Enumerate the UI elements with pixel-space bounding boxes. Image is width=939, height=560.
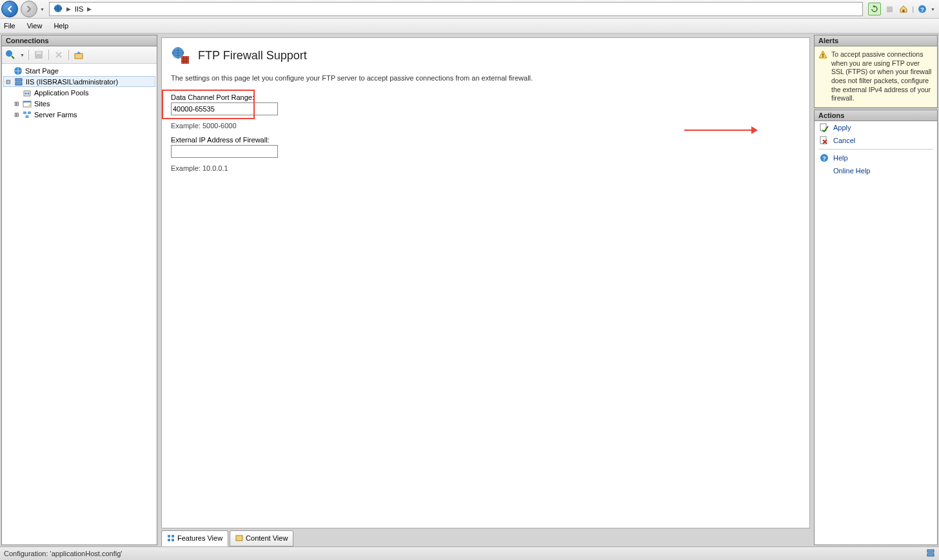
annotation-arrow <box>684 130 756 131</box>
alerts-header: Alerts <box>815 35 937 46</box>
menu-view[interactable]: View <box>27 22 43 30</box>
connections-pane: Connections ▼ <box>1 35 157 545</box>
apply-icon <box>820 123 829 132</box>
svg-rect-17 <box>23 101 31 102</box>
ftp-firewall-icon <box>171 46 190 65</box>
actions-header: Actions <box>815 110 937 121</box>
nav-toolbar: ▼ ▶ IIS ▶ | ? ▼ <box>0 0 939 19</box>
action-label: Cancel <box>833 137 855 144</box>
tab-content-view[interactable]: Content View <box>230 530 293 546</box>
feature-page: FTP Firewall Support The settings on thi… <box>161 37 810 528</box>
tab-label: Content View <box>246 534 288 542</box>
svg-rect-24 <box>181 56 189 64</box>
delete-icon <box>53 49 64 61</box>
nav-back-button[interactable] <box>1 1 18 17</box>
view-tabs: Features View Content View <box>159 531 813 545</box>
status-bar: Configuration: 'applicationHost.config' <box>0 546 939 560</box>
svg-rect-21 <box>25 115 28 118</box>
connect-icon[interactable] <box>5 49 16 61</box>
svg-rect-20 <box>28 111 31 114</box>
tree-start-page[interactable]: Start Page <box>3 65 155 76</box>
server-farms-icon <box>22 110 32 119</box>
svg-point-15 <box>27 92 29 94</box>
nav-forward-button[interactable] <box>21 1 37 17</box>
action-label: Online Help <box>833 167 870 175</box>
menu-help[interactable]: Help <box>54 22 68 30</box>
home-icon[interactable] <box>898 3 909 15</box>
tab-features-view[interactable]: Features View <box>161 530 228 546</box>
action-online-help[interactable]: Online Help <box>815 164 937 177</box>
svg-rect-25 <box>168 535 170 537</box>
status-icon <box>926 548 935 559</box>
action-apply[interactable]: Apply <box>815 121 937 134</box>
svg-rect-2 <box>887 6 893 12</box>
tree-server-node[interactable]: ⊟ IIS (IISBRASIL\administrator) <box>3 76 155 87</box>
action-cancel[interactable]: Cancel <box>815 134 937 147</box>
alert-message: ! To accept passive connections when you… <box>815 46 937 108</box>
external-ip-input[interactable] <box>171 145 278 158</box>
alert-text: To accept passive connections when you a… <box>831 50 933 103</box>
refresh-icon[interactable] <box>868 3 881 15</box>
tree-sites[interactable]: ⊞ Sites <box>3 98 155 109</box>
stop-icon <box>884 3 895 15</box>
breadcrumb-item[interactable]: IIS <box>75 5 83 13</box>
status-text: Configuration: 'applicationHost.config' <box>4 550 122 557</box>
breadcrumb-sep: ▶ <box>66 6 71 12</box>
server-icon <box>14 77 23 86</box>
svg-text:!: ! <box>822 52 824 59</box>
page-title: FTP Firewall Support <box>198 49 307 63</box>
external-ip-label: External IP Address of Firewall: <box>171 136 800 144</box>
connections-tree: Start Page ⊟ IIS (IISBRASIL\administrato… <box>2 64 157 545</box>
svg-rect-19 <box>23 111 26 114</box>
port-range-example: Example: 5000-6000 <box>171 122 800 130</box>
tab-label: Features View <box>177 534 222 542</box>
port-range-input[interactable] <box>171 102 278 115</box>
app-pools-icon <box>22 88 32 97</box>
svg-rect-35 <box>927 550 934 552</box>
connections-toolbar: ▼ <box>2 46 157 64</box>
svg-rect-28 <box>172 539 174 541</box>
breadcrumb-sep: ▶ <box>87 6 92 12</box>
tree-label: Start Page <box>25 67 59 75</box>
action-label: Help <box>833 154 848 162</box>
breadcrumb[interactable]: ▶ IIS ▶ <box>49 2 863 16</box>
tree-server-farms[interactable]: ⊞ Server Farms <box>3 109 155 120</box>
tree-app-pools[interactable]: Application Pools <box>3 87 155 98</box>
page-description: The settings on this page let you config… <box>171 74 800 82</box>
up-icon[interactable] <box>73 49 84 61</box>
right-pane: Alerts ! To accept passive connections w… <box>814 35 938 545</box>
tree-label: Sites <box>34 100 50 108</box>
save-icon <box>33 49 44 61</box>
iis-icon <box>54 4 63 14</box>
svg-point-14 <box>25 92 26 94</box>
svg-rect-8 <box>36 52 41 54</box>
svg-rect-29 <box>236 536 242 541</box>
svg-rect-27 <box>168 539 170 541</box>
svg-text:?: ? <box>920 6 924 13</box>
svg-rect-3 <box>903 10 905 12</box>
menu-bar: File View Help <box>0 19 939 34</box>
help-dropdown[interactable]: ▼ <box>931 7 935 12</box>
svg-rect-26 <box>172 535 174 537</box>
warning-icon: ! <box>818 50 827 59</box>
action-help[interactable]: ? Help <box>815 151 937 164</box>
svg-rect-36 <box>927 554 934 556</box>
svg-rect-9 <box>75 53 83 59</box>
svg-rect-11 <box>15 79 22 81</box>
connections-header: Connections <box>2 35 157 46</box>
help-icon[interactable]: ? <box>916 3 928 15</box>
svg-rect-12 <box>15 82 22 85</box>
svg-point-6 <box>6 50 12 57</box>
nav-history-dropdown[interactable]: ▼ <box>40 7 46 12</box>
cancel-icon <box>820 136 829 145</box>
menu-file[interactable]: File <box>4 22 15 30</box>
external-ip-example: Example: 10.0.0.1 <box>171 164 800 172</box>
help-icon: ? <box>820 153 829 162</box>
svg-point-18 <box>28 104 31 107</box>
tree-label: IIS (IISBRASIL\administrator) <box>26 78 118 86</box>
sites-icon <box>22 99 32 108</box>
tree-label: Application Pools <box>34 89 88 97</box>
center-pane: FTP Firewall Support The settings on thi… <box>159 35 813 545</box>
tree-label: Server Farms <box>34 111 77 119</box>
start-page-icon <box>13 66 23 75</box>
